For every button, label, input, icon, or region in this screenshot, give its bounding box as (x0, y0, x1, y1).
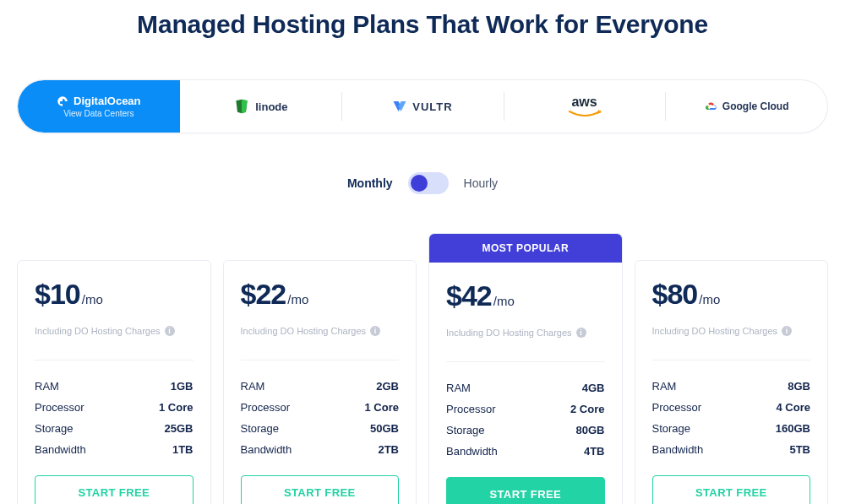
tab-aws[interactable]: aws (504, 80, 666, 133)
spec-row-bandwidth: Bandwidth2TB (241, 439, 400, 460)
spec-row-bandwidth: Bandwidth1TB (35, 439, 194, 460)
googlecloud-icon (704, 101, 717, 111)
vultr-icon (392, 99, 407, 114)
aws-smile-icon (568, 110, 602, 118)
provider-tabs: DigitalOcean View Data Centers linode VU… (17, 79, 828, 133)
plan-card: $80 /mo Including DO Hosting Charges i R… (635, 260, 829, 504)
price-period: /mo (699, 292, 720, 311)
tab-googlecloud[interactable]: Google Cloud (665, 80, 827, 133)
spec-row-processor: Processor4 Core (652, 397, 811, 418)
linode-icon (233, 97, 250, 116)
spec-row-ram: RAM4GB (446, 377, 605, 398)
spec-row-ram: RAM2GB (241, 376, 400, 397)
start-free-button[interactable]: START FREE (241, 475, 400, 504)
pricing-cards: $10 /mo Including DO Hosting Charges i R… (17, 233, 828, 504)
spec-row-ram: RAM1GB (35, 376, 194, 397)
spec-row-processor: Processor2 Core (446, 398, 605, 420)
page-title: Managed Hosting Plans That Work for Ever… (17, 10, 828, 39)
spec-row-storage: Storage25GB (35, 418, 194, 439)
charges-note: Including DO Hosting Charges (35, 326, 161, 336)
price-amount: $10 (35, 278, 80, 311)
plan-card: $10 /mo Including DO Hosting Charges i R… (17, 260, 211, 504)
spec-row-storage: Storage80GB (446, 420, 605, 441)
price-period: /mo (82, 292, 103, 311)
popular-badge: MOST POPULAR (429, 234, 622, 263)
charges-note: Including DO Hosting Charges (446, 328, 572, 338)
charges-note-row: Including DO Hosting Charges i (652, 326, 811, 336)
price-amount: $42 (446, 279, 492, 312)
info-icon[interactable]: i (370, 326, 380, 336)
info-icon[interactable]: i (165, 326, 175, 336)
start-free-button[interactable]: START FREE (35, 475, 194, 504)
toggle-knob (411, 175, 428, 192)
charges-note: Including DO Hosting Charges (652, 326, 778, 336)
price-period: /mo (493, 294, 515, 312)
toggle-label-monthly[interactable]: Monthly (347, 176, 393, 190)
spec-row-storage: Storage50GB (241, 418, 400, 439)
plan-card-popular: MOST POPULAR $42 /mo Including DO Hostin… (428, 233, 623, 504)
toggle-label-hourly[interactable]: Hourly (464, 176, 498, 190)
plan-card: $22 /mo Including DO Hosting Charges i R… (223, 260, 417, 504)
price-period: /mo (287, 292, 308, 311)
digitalocean-icon (57, 95, 68, 107)
tab-label: linode (255, 100, 287, 113)
spec-row-bandwidth: Bandwidth5TB (652, 439, 811, 460)
divider (35, 360, 194, 360)
charges-note: Including DO Hosting Charges (241, 326, 367, 336)
tab-label: aws (571, 95, 597, 110)
tab-linode[interactable]: linode (180, 80, 342, 133)
price: $42 /mo (446, 279, 605, 312)
info-icon[interactable]: i (782, 326, 792, 336)
tab-label: Google Cloud (722, 100, 789, 112)
info-icon[interactable]: i (576, 328, 586, 338)
price-amount: $80 (652, 278, 698, 311)
tab-label: DigitalOcean (74, 95, 140, 107)
divider (446, 361, 605, 362)
tab-vultr[interactable]: VULTR (341, 80, 504, 133)
spec-row-processor: Processor1 Core (241, 397, 400, 418)
billing-toggle-row: Monthly Hourly (17, 172, 828, 194)
tab-digitalocean[interactable]: DigitalOcean View Data Centers (18, 80, 180, 133)
price: $22 /mo (241, 278, 400, 311)
price-amount: $22 (241, 278, 286, 311)
charges-note-row: Including DO Hosting Charges i (241, 326, 400, 336)
divider (652, 360, 811, 360)
divider (241, 360, 400, 360)
spec-row-processor: Processor1 Core (35, 397, 194, 418)
start-free-button[interactable]: START FREE (652, 475, 811, 504)
charges-note-row: Including DO Hosting Charges i (35, 326, 194, 336)
tab-sublabel: View Data Centers (63, 109, 134, 118)
spec-row-storage: Storage160GB (652, 418, 811, 439)
charges-note-row: Including DO Hosting Charges i (446, 328, 605, 338)
tab-label: VULTR (412, 100, 452, 113)
spec-row-ram: RAM8GB (652, 376, 811, 397)
spec-row-bandwidth: Bandwidth4TB (446, 441, 605, 462)
price: $80 /mo (652, 278, 811, 311)
start-free-button[interactable]: START FREE (446, 477, 605, 504)
price: $10 /mo (35, 278, 194, 311)
billing-toggle[interactable] (408, 172, 449, 194)
